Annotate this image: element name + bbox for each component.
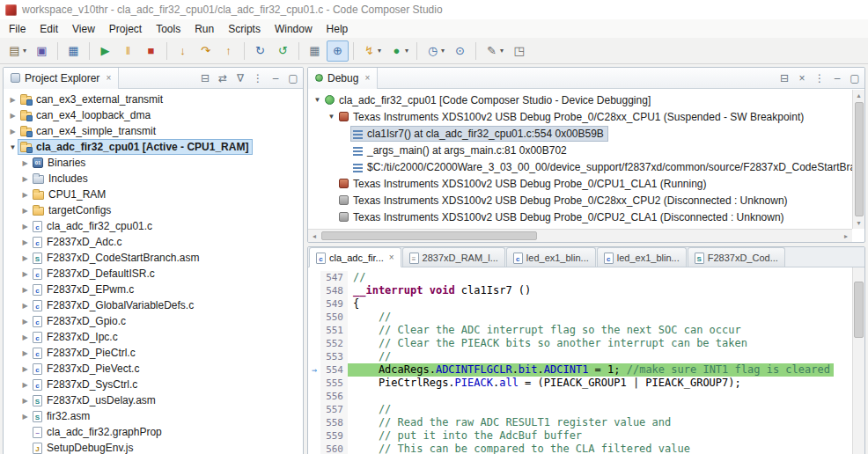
tree-item[interactable]: ▶F2837xD_PieCtrl.c — [4, 345, 303, 361]
expand-arrow-icon[interactable]: ▶ — [19, 254, 31, 262]
debug-vscrollbar[interactable]: ▴ ▾ — [852, 90, 864, 229]
tree-item[interactable]: $C:/ti/c2000/C2000Ware_3_03_00_00/device… — [308, 158, 852, 175]
menu-window[interactable]: Window — [268, 21, 320, 37]
scrollbar-thumb[interactable] — [321, 231, 537, 240]
minimize-button[interactable]: – — [829, 70, 845, 86]
resume-button[interactable]: ▶ — [94, 40, 116, 62]
tree-item[interactable]: ▶F2837xD_SysCtrl.c — [4, 377, 303, 392]
tree-item[interactable]: ▶F2837xD_GlobalVariableDefs.c — [4, 297, 303, 313]
scroll-down-icon[interactable]: ▾ — [853, 217, 864, 229]
menu-tools[interactable]: Tools — [149, 21, 188, 37]
tree-item[interactable]: ▶F2837xD_usDelay.asm — [4, 392, 303, 408]
flash-button[interactable]: ↯▾ — [358, 40, 385, 62]
registers-button[interactable]: ▦ — [304, 40, 326, 62]
view-menu-button[interactable]: ⋮ — [250, 70, 266, 86]
code-area[interactable]: 547//548__interrupt void cla1Isr7 ()549{… — [308, 267, 852, 454]
open-perspective-button[interactable]: ◳ — [508, 40, 530, 62]
expand-arrow-icon[interactable]: ▶ — [19, 318, 31, 326]
menu-run[interactable]: Run — [188, 21, 221, 37]
menu-help[interactable]: Help — [320, 21, 356, 37]
expand-arrow-icon[interactable]: ▶ — [19, 207, 31, 215]
search-button[interactable]: ⊙ — [449, 40, 471, 62]
restart-button[interactable]: ↺ — [272, 40, 294, 62]
tree-item[interactable]: ▶can_ex3_external_transmit — [4, 92, 303, 107]
tree-item[interactable]: cla_adc_fir32.graphProp — [4, 424, 303, 440]
collapse-arrow-icon[interactable]: ▼ — [7, 143, 18, 151]
console-button[interactable]: ▦ — [63, 40, 85, 62]
scroll-up-icon[interactable]: ▴ — [853, 90, 864, 101]
tree-item[interactable]: ▼cla_adc_fir32_cpu01 [Code Composer Stud… — [308, 92, 852, 108]
tree-item[interactable]: ▶F2837xD_Adc.c — [4, 234, 303, 250]
tree-item[interactable]: ▶CPU1_RAM — [4, 187, 303, 202]
tree-item[interactable]: ▶Includes — [4, 171, 303, 187]
expand-arrow-icon[interactable]: ▶ — [19, 270, 31, 278]
tab-debug[interactable]: Debug × — [308, 68, 378, 89]
expand-arrow-icon[interactable]: ▶ — [19, 191, 31, 199]
tree-item[interactable]: ▶F2837xD_CodeStartBranch.asm — [4, 250, 303, 266]
tree-item[interactable]: ▼Texas Instruments XDS100v2 USB Debug Pr… — [308, 108, 852, 125]
scrollbar-thumb[interactable] — [855, 102, 864, 216]
tree-item[interactable]: ▶F2837xD_DefaultISR.c — [4, 266, 303, 282]
editor-tab[interactable]: 2837xD_RAM_l... — [402, 247, 505, 267]
profile-clock-button[interactable]: ◷▾ — [422, 40, 448, 62]
connect-target-button[interactable]: ⊕ — [327, 40, 349, 62]
tree-item[interactable]: cla1Isr7() at cla_adc_fir32_cpu01.c:554 … — [308, 125, 852, 142]
menu-project[interactable]: Project — [102, 21, 149, 37]
tree-item[interactable]: Texas Instruments XDS100v2 USB Debug Pro… — [308, 209, 852, 225]
tree-item[interactable]: ▶F2837xD_Gpio.c — [4, 313, 303, 329]
expand-arrow-icon[interactable]: ▶ — [7, 96, 18, 104]
minimize-button[interactable]: – — [268, 70, 283, 86]
menu-edit[interactable]: Edit — [33, 21, 65, 37]
tree-item[interactable]: Texas Instruments XDS100v2 USB Debug Pro… — [308, 192, 852, 209]
expand-arrow-icon[interactable]: ▶ — [19, 381, 31, 389]
tree-item[interactable]: ▶targetConfigs — [4, 202, 303, 218]
menu-view[interactable]: View — [65, 21, 102, 37]
scroll-left-icon[interactable]: ◂ — [308, 231, 320, 242]
editor-tab[interactable]: led_ex1_blin... — [506, 247, 596, 267]
link-with-editor-button[interactable]: ⇄ — [215, 70, 231, 86]
expand-arrow-icon[interactable]: ▶ — [7, 128, 18, 135]
tab-project-explorer[interactable]: Project Explorer × — [4, 68, 119, 89]
expand-arrow-icon[interactable]: ▶ — [19, 365, 31, 373]
tree-item[interactable]: ▶Binaries — [4, 155, 303, 171]
expand-arrow-icon[interactable]: ▶ — [19, 413, 31, 421]
annotate-button[interactable]: ✎▾ — [481, 40, 507, 62]
tree-item[interactable]: ▶F2837xD_PieVect.c — [4, 361, 303, 377]
editor-tab[interactable]: cla_adc_fir...× — [309, 247, 401, 267]
maximize-button[interactable]: ▢ — [285, 70, 301, 86]
expand-arrow-icon[interactable]: ▶ — [19, 159, 31, 167]
expand-arrow-icon[interactable]: ▶ — [19, 333, 31, 341]
tree-item[interactable]: _args_main() at args_main.c:81 0x00B702 — [308, 142, 852, 158]
expand-arrow-icon[interactable]: ▶ — [19, 175, 31, 183]
collapse-arrow-icon[interactable]: ▼ — [312, 96, 323, 104]
suspend-button[interactable]: ‖ — [117, 40, 139, 62]
menu-scripts[interactable]: Scripts — [221, 21, 268, 37]
remove-all-terminated-button[interactable]: × — [794, 70, 810, 86]
save-button[interactable]: ▣ — [31, 40, 53, 62]
tree-item[interactable]: ▶can_ex4_simple_transmit — [4, 123, 303, 139]
scrollbar-thumb[interactable] — [854, 282, 864, 338]
editor-tab[interactable]: led_ex1_blin... — [597, 247, 687, 267]
step-over-button[interactable]: ↷ — [195, 40, 217, 62]
step-return-button[interactable]: ↑ — [217, 40, 239, 62]
step-into-button[interactable]: ↓ — [172, 40, 194, 62]
debug-hscrollbar[interactable]: ◂ ▸ — [308, 229, 852, 242]
tree-item[interactable]: SetupDebugEnv.js — [4, 440, 303, 454]
collapse-arrow-icon[interactable]: ▼ — [326, 113, 337, 121]
terminate-button[interactable]: ■ — [140, 40, 162, 62]
refresh-button[interactable]: ↻ — [249, 40, 271, 62]
editor-vscrollbar[interactable] — [852, 267, 864, 454]
expand-arrow-icon[interactable]: ▶ — [19, 302, 31, 310]
expand-arrow-icon[interactable]: ▶ — [19, 223, 31, 231]
expand-arrow-icon[interactable]: ▶ — [19, 349, 31, 357]
collapse-all-button[interactable]: ⊟ — [197, 70, 213, 86]
menu-file[interactable]: File — [2, 21, 33, 37]
expand-arrow-icon[interactable]: ▶ — [19, 238, 31, 246]
scroll-right-icon[interactable]: ▸ — [840, 231, 852, 242]
tree-item[interactable]: Texas Instruments XDS100v2 USB Debug Pro… — [308, 175, 852, 192]
view-menu-button[interactable]: ⋮ — [812, 70, 828, 86]
close-tab-icon[interactable]: × — [389, 253, 394, 262]
filter-button[interactable]: ∇ — [232, 70, 248, 86]
tree-item[interactable]: ▶cla_adc_fir32_cpu01.c — [4, 218, 303, 234]
tree-item[interactable]: ▶fir32.asm — [4, 408, 303, 424]
